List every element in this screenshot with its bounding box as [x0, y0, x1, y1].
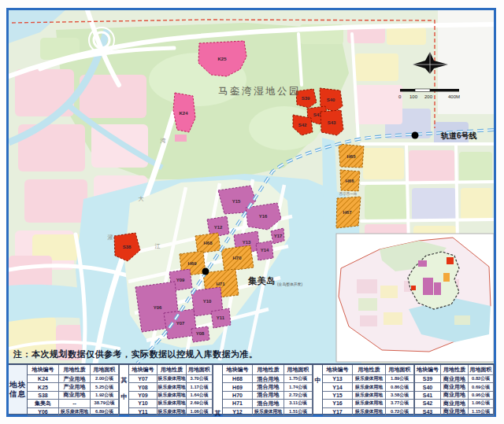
parcel-code-cell: Y11	[129, 408, 158, 416]
area-cell: 1.64公顷	[187, 392, 213, 400]
land-use-cell: 娱乐康体用地	[253, 408, 284, 416]
area-cell: 0.96公顷	[469, 392, 494, 400]
land-use-cell: 娱乐康体用地	[353, 400, 386, 407]
parcel-code-cell: 集美岛	[28, 400, 59, 407]
parcel-code-cell: Y15	[323, 392, 353, 400]
parcel-label-S42: S42	[298, 123, 307, 127]
park-label: 马銮湾湿地公园	[218, 86, 301, 97]
small-road-label: 西亭西一路	[339, 191, 358, 196]
table-col-header: 地块编号	[129, 365, 158, 375]
parcel-code-cell: Y07	[129, 375, 158, 383]
table-group-2: 其中地块编号用地性质用地面积Y07娱乐康体用地3.70公顷Y08娱乐康体用地1.…	[120, 364, 213, 415]
area-cell: 1.75公顷	[284, 375, 313, 383]
table-col-header: 用地性质	[253, 365, 284, 375]
disclaimer-note: 注：本次规划数据仅供参考，实际数据以控规入库数据为准。	[13, 348, 258, 360]
planning-map: K25K24S39S40S41S42S43H65H66H67S38Y15Y16Y…	[9, 10, 494, 363]
table-col-header: 用地面积	[91, 365, 119, 375]
table-col-header: 地块编号	[28, 365, 59, 375]
island-sublabel: (全岛整体开发)	[277, 282, 302, 286]
parcel-label-H69: H69	[187, 261, 197, 266]
table-col-header: 地块编号	[223, 365, 253, 375]
area-cell: 1.92公顷	[91, 392, 119, 400]
metro-station-dot	[202, 268, 209, 275]
area-cell: 2.72公顷	[284, 392, 313, 400]
parcel-code-cell: S38	[28, 392, 59, 400]
parcel-code-cell: H68	[223, 375, 253, 383]
rail-line-label: 轨道6号线	[440, 131, 477, 140]
parcel-label-Y14: Y14	[261, 248, 269, 253]
table-group-5: 地块编号用地性质用地面积S39商业用地0.82公顷S40商业用地0.69公顷S4…	[415, 364, 495, 415]
area-cell: 1.15公顷	[469, 408, 494, 416]
land-use-cell: --	[59, 400, 91, 407]
table-col-header: 用地面积	[284, 365, 313, 375]
land-use-cell: 商业用地	[441, 383, 469, 391]
parcel-code-cell: Y14	[323, 383, 353, 391]
table-side-char: 其	[213, 409, 222, 418]
parcel-label-H65: H65	[346, 154, 356, 159]
table-group-3: 其地块编号用地性质用地面积H68混合用地1.75公顷H69混合用地1.74公顷H…	[213, 364, 313, 415]
area-cell: 0.72公顷	[386, 408, 414, 416]
road-name-char: 灌	[108, 234, 113, 241]
parcel-annex	[175, 135, 187, 142]
parcel-label-Y12: Y12	[214, 225, 223, 230]
table-col-header: 用地性质	[353, 365, 386, 375]
table-col-header: 地块编号	[415, 365, 441, 375]
parcel-label-S40: S40	[327, 98, 335, 102]
parcel-code-cell: S42	[415, 400, 441, 407]
row-header-line: 信息	[9, 389, 26, 399]
parcel-code-cell: Y17	[323, 408, 353, 416]
land-use-cell: 娱乐康体用地	[353, 375, 386, 383]
area-cell: 3.77公顷	[386, 400, 414, 407]
table-col-header: 用地性质	[59, 365, 91, 375]
parcel-code-cell: H69	[223, 383, 253, 391]
land-use-cell: 娱乐康体用地	[158, 400, 187, 407]
screenshot-stage: K25K24S39S40S41S42S43H65H66H67S38Y15Y16Y…	[0, 0, 504, 424]
land-use-cell: 混合用地	[253, 392, 284, 400]
table-col-header: 用地性质	[158, 365, 187, 375]
table-col-header: 用地面积	[386, 365, 414, 375]
island-label: 集美岛	[247, 275, 276, 286]
parcel-info-table: 地块 信息 地块编号用地性质用地面积K24产业用地2.00公顷K25产业用地5.…	[9, 363, 494, 415]
parcel-label-Y07: Y07	[176, 321, 185, 326]
parcel-label-K25: K25	[217, 57, 227, 61]
parcel-label-H70: H70	[232, 256, 242, 260]
area-cell: 1.17公顷	[187, 383, 213, 391]
parcel-label-Y11: Y11	[217, 315, 225, 320]
table-side-label-col: 中	[313, 365, 323, 414]
land-use-cell: 娱乐康体用地	[158, 383, 187, 391]
table-col-header: 地块编号	[323, 365, 353, 375]
scale-label: 100	[410, 94, 418, 99]
land-use-cell: 娱乐康体用地	[353, 408, 386, 416]
land-use-cell: 娱乐康体用地	[158, 392, 187, 400]
area-cell: 1.89公顷	[386, 375, 414, 383]
land-use-cell: 商业用地	[59, 392, 91, 400]
parcel-label-Y08: Y08	[196, 331, 205, 336]
parcel-code-cell: H71	[223, 400, 253, 407]
area-cell: 1.06公顷	[469, 400, 494, 407]
area-cell: 6.89公顷	[91, 408, 119, 416]
parcel-label-Y09: Y09	[176, 278, 185, 282]
area-cell: 3.11公顷	[284, 400, 313, 407]
parcel-code-cell: Y12	[223, 408, 253, 416]
land-use-cell: 商业用地	[441, 408, 469, 416]
land-use-cell: 混合用地	[253, 400, 284, 407]
area-cell: 0.82公顷	[469, 375, 494, 383]
road-name-char: 大	[139, 196, 144, 201]
parcel-code-cell: H70	[223, 392, 253, 400]
table-side-char: 其	[120, 376, 128, 385]
parcel-code-cell: Y08	[129, 383, 158, 391]
land-use-cell: 商业用地	[441, 375, 469, 383]
area-cell: 1.06公顷	[187, 408, 213, 416]
area-cell: 1.74公顷	[284, 383, 313, 391]
parcel-label-S39: S39	[302, 96, 310, 101]
land-use-cell: 商业用地	[441, 400, 469, 407]
parcel-label-S38: S38	[123, 245, 132, 249]
land-use-cell: 商业用地	[441, 392, 469, 400]
parcel-label-Y17: Y17	[274, 234, 283, 238]
parcel-label-K24: K24	[179, 111, 188, 116]
area-cell: 3.58公顷	[386, 392, 414, 400]
table-side-label-col: 其	[213, 365, 223, 414]
table-col-header: 用地面积	[187, 365, 213, 375]
parcel-code-cell: Y13	[323, 375, 353, 383]
area-cell: 0.69公顷	[469, 383, 494, 391]
